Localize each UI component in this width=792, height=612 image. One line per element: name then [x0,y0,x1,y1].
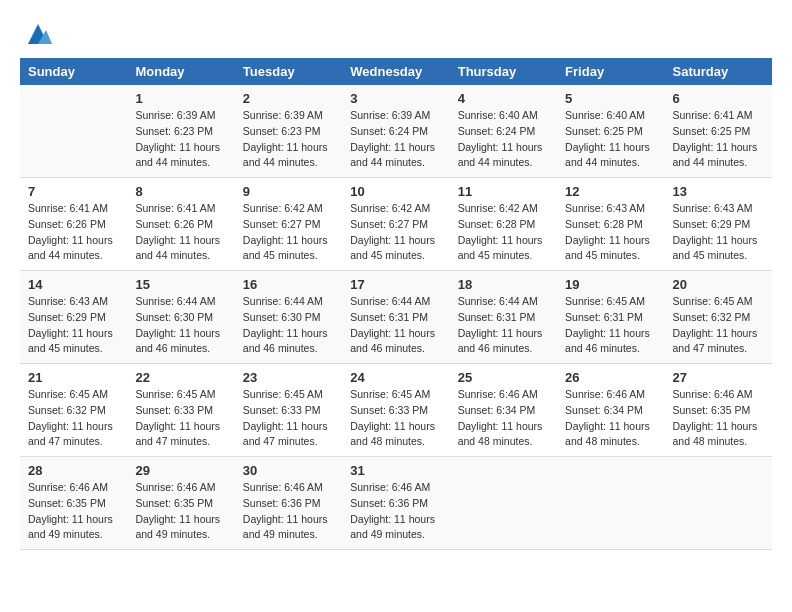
calendar-cell [450,457,557,550]
calendar-cell: 27 Sunrise: 6:46 AMSunset: 6:35 PMDaylig… [665,364,772,457]
calendar-cell: 9 Sunrise: 6:42 AMSunset: 6:27 PMDayligh… [235,178,342,271]
day-number: 24 [350,370,441,385]
header-day: Monday [127,58,234,85]
calendar-cell: 4 Sunrise: 6:40 AMSunset: 6:24 PMDayligh… [450,85,557,178]
day-info: Sunrise: 6:39 AMSunset: 6:23 PMDaylight:… [135,108,226,171]
day-number: 30 [243,463,334,478]
header-day: Tuesday [235,58,342,85]
page-header [20,20,772,48]
calendar-cell: 24 Sunrise: 6:45 AMSunset: 6:33 PMDaylig… [342,364,449,457]
calendar-cell: 20 Sunrise: 6:45 AMSunset: 6:32 PMDaylig… [665,271,772,364]
header-day: Thursday [450,58,557,85]
day-info: Sunrise: 6:41 AMSunset: 6:26 PMDaylight:… [28,201,119,264]
day-info: Sunrise: 6:40 AMSunset: 6:24 PMDaylight:… [458,108,549,171]
calendar-table: SundayMondayTuesdayWednesdayThursdayFrid… [20,58,772,550]
calendar-week-row: 7 Sunrise: 6:41 AMSunset: 6:26 PMDayligh… [20,178,772,271]
day-number: 3 [350,91,441,106]
calendar-cell: 3 Sunrise: 6:39 AMSunset: 6:24 PMDayligh… [342,85,449,178]
calendar-cell [665,457,772,550]
day-info: Sunrise: 6:46 AMSunset: 6:35 PMDaylight:… [28,480,119,543]
day-number: 25 [458,370,549,385]
day-info: Sunrise: 6:39 AMSunset: 6:23 PMDaylight:… [243,108,334,171]
logo [20,20,52,48]
day-info: Sunrise: 6:46 AMSunset: 6:35 PMDaylight:… [673,387,764,450]
calendar-cell: 16 Sunrise: 6:44 AMSunset: 6:30 PMDaylig… [235,271,342,364]
day-number: 13 [673,184,764,199]
day-info: Sunrise: 6:45 AMSunset: 6:32 PMDaylight:… [28,387,119,450]
calendar-cell: 22 Sunrise: 6:45 AMSunset: 6:33 PMDaylig… [127,364,234,457]
day-number: 10 [350,184,441,199]
day-info: Sunrise: 6:40 AMSunset: 6:25 PMDaylight:… [565,108,656,171]
day-number: 14 [28,277,119,292]
day-info: Sunrise: 6:41 AMSunset: 6:25 PMDaylight:… [673,108,764,171]
calendar-cell: 6 Sunrise: 6:41 AMSunset: 6:25 PMDayligh… [665,85,772,178]
day-number: 7 [28,184,119,199]
calendar-cell [557,457,664,550]
calendar-cell: 8 Sunrise: 6:41 AMSunset: 6:26 PMDayligh… [127,178,234,271]
day-number: 2 [243,91,334,106]
day-info: Sunrise: 6:43 AMSunset: 6:29 PMDaylight:… [28,294,119,357]
day-number: 22 [135,370,226,385]
day-number: 27 [673,370,764,385]
day-info: Sunrise: 6:44 AMSunset: 6:30 PMDaylight:… [135,294,226,357]
day-info: Sunrise: 6:45 AMSunset: 6:33 PMDaylight:… [350,387,441,450]
calendar-week-row: 21 Sunrise: 6:45 AMSunset: 6:32 PMDaylig… [20,364,772,457]
day-number: 31 [350,463,441,478]
calendar-cell: 26 Sunrise: 6:46 AMSunset: 6:34 PMDaylig… [557,364,664,457]
calendar-cell: 15 Sunrise: 6:44 AMSunset: 6:30 PMDaylig… [127,271,234,364]
day-number: 20 [673,277,764,292]
day-info: Sunrise: 6:45 AMSunset: 6:32 PMDaylight:… [673,294,764,357]
day-number: 23 [243,370,334,385]
header-row: SundayMondayTuesdayWednesdayThursdayFrid… [20,58,772,85]
day-info: Sunrise: 6:43 AMSunset: 6:29 PMDaylight:… [673,201,764,264]
day-number: 18 [458,277,549,292]
calendar-cell: 10 Sunrise: 6:42 AMSunset: 6:27 PMDaylig… [342,178,449,271]
day-number: 11 [458,184,549,199]
calendar-cell: 28 Sunrise: 6:46 AMSunset: 6:35 PMDaylig… [20,457,127,550]
day-info: Sunrise: 6:45 AMSunset: 6:33 PMDaylight:… [135,387,226,450]
header-day: Sunday [20,58,127,85]
day-number: 4 [458,91,549,106]
day-info: Sunrise: 6:39 AMSunset: 6:24 PMDaylight:… [350,108,441,171]
calendar-header: SundayMondayTuesdayWednesdayThursdayFrid… [20,58,772,85]
calendar-cell [20,85,127,178]
day-info: Sunrise: 6:42 AMSunset: 6:27 PMDaylight:… [243,201,334,264]
calendar-cell: 30 Sunrise: 6:46 AMSunset: 6:36 PMDaylig… [235,457,342,550]
calendar-body: 1 Sunrise: 6:39 AMSunset: 6:23 PMDayligh… [20,85,772,550]
day-info: Sunrise: 6:46 AMSunset: 6:36 PMDaylight:… [350,480,441,543]
calendar-cell: 19 Sunrise: 6:45 AMSunset: 6:31 PMDaylig… [557,271,664,364]
day-number: 19 [565,277,656,292]
logo-icon [24,20,52,48]
day-info: Sunrise: 6:46 AMSunset: 6:34 PMDaylight:… [458,387,549,450]
calendar-week-row: 14 Sunrise: 6:43 AMSunset: 6:29 PMDaylig… [20,271,772,364]
day-info: Sunrise: 6:44 AMSunset: 6:31 PMDaylight:… [458,294,549,357]
day-info: Sunrise: 6:45 AMSunset: 6:31 PMDaylight:… [565,294,656,357]
calendar-cell: 31 Sunrise: 6:46 AMSunset: 6:36 PMDaylig… [342,457,449,550]
day-number: 28 [28,463,119,478]
day-info: Sunrise: 6:43 AMSunset: 6:28 PMDaylight:… [565,201,656,264]
calendar-cell: 29 Sunrise: 6:46 AMSunset: 6:35 PMDaylig… [127,457,234,550]
calendar-cell: 14 Sunrise: 6:43 AMSunset: 6:29 PMDaylig… [20,271,127,364]
day-info: Sunrise: 6:41 AMSunset: 6:26 PMDaylight:… [135,201,226,264]
header-day: Friday [557,58,664,85]
day-info: Sunrise: 6:44 AMSunset: 6:31 PMDaylight:… [350,294,441,357]
day-info: Sunrise: 6:44 AMSunset: 6:30 PMDaylight:… [243,294,334,357]
day-info: Sunrise: 6:46 AMSunset: 6:35 PMDaylight:… [135,480,226,543]
day-number: 17 [350,277,441,292]
day-info: Sunrise: 6:46 AMSunset: 6:34 PMDaylight:… [565,387,656,450]
day-number: 9 [243,184,334,199]
calendar-cell: 25 Sunrise: 6:46 AMSunset: 6:34 PMDaylig… [450,364,557,457]
header-day: Wednesday [342,58,449,85]
day-number: 6 [673,91,764,106]
day-number: 21 [28,370,119,385]
day-number: 12 [565,184,656,199]
calendar-cell: 2 Sunrise: 6:39 AMSunset: 6:23 PMDayligh… [235,85,342,178]
calendar-cell: 13 Sunrise: 6:43 AMSunset: 6:29 PMDaylig… [665,178,772,271]
day-info: Sunrise: 6:45 AMSunset: 6:33 PMDaylight:… [243,387,334,450]
day-number: 5 [565,91,656,106]
day-info: Sunrise: 6:42 AMSunset: 6:28 PMDaylight:… [458,201,549,264]
calendar-week-row: 28 Sunrise: 6:46 AMSunset: 6:35 PMDaylig… [20,457,772,550]
calendar-cell: 7 Sunrise: 6:41 AMSunset: 6:26 PMDayligh… [20,178,127,271]
day-info: Sunrise: 6:42 AMSunset: 6:27 PMDaylight:… [350,201,441,264]
day-info: Sunrise: 6:46 AMSunset: 6:36 PMDaylight:… [243,480,334,543]
